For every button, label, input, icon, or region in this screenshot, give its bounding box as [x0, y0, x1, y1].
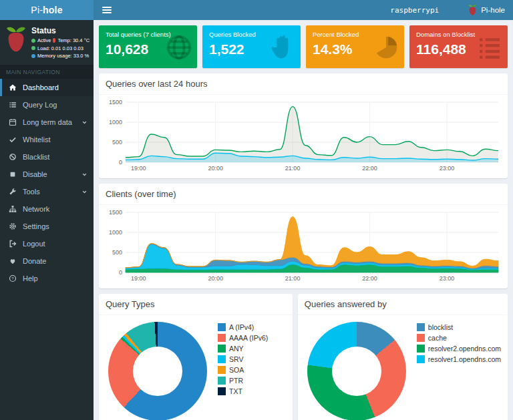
legend-item-resolver2-opendns-com[interactable]: resolver2.opendns.com	[417, 345, 501, 353]
svg-text:1500: 1500	[109, 99, 122, 106]
heart-icon	[8, 257, 17, 265]
chevron-down-icon	[81, 188, 88, 196]
status-box: Status Active Temp: 30.4 °C Load: 0.01 0…	[0, 20, 94, 65]
legend-item-blocklist[interactable]: blocklist	[417, 323, 501, 331]
status-active-line: Active Temp: 30.4 °C	[31, 37, 90, 43]
svg-text:0: 0	[119, 159, 122, 166]
legend-item-soa[interactable]: SOA	[218, 366, 268, 374]
top-bar: Pi-hole raspberrypi Pi-hole	[0, 0, 513, 20]
legend-label: cache	[428, 334, 447, 342]
status-title: Status	[31, 26, 90, 35]
legend-item-srv[interactable]: SRV	[218, 355, 268, 363]
answered-by-panel: Queries answered by blocklistcacheresolv…	[298, 294, 508, 420]
answered-by-legend: blocklistcacheresolver2.opendns.comresol…	[417, 323, 501, 366]
legend-label: AAAA (IPv6)	[229, 334, 268, 342]
sidebar-item-settings[interactable]: Settings	[0, 218, 94, 235]
calendar-icon	[8, 118, 17, 126]
legend-item-a-ipv4[interactable]: A (IPv4)	[218, 323, 268, 331]
legend-swatch	[218, 345, 226, 353]
query-types-legend: A (IPv4)AAAA (IPv6)ANYSRVSOAPTRTXT	[218, 323, 268, 398]
sidebar-item-query-log[interactable]: Query Log	[0, 96, 94, 114]
legend-swatch	[218, 366, 226, 374]
sidebar-item-logout[interactable]: Logout	[0, 235, 94, 252]
sidebar-item-label: Help	[23, 274, 38, 282]
svg-text:21:00: 21:00	[285, 165, 301, 172]
legend-item-aaaa-ipv6[interactable]: AAAA (IPv6)	[218, 334, 268, 342]
stop-icon	[8, 170, 17, 178]
legend-swatch	[417, 323, 425, 331]
svg-text:23:00: 23:00	[440, 165, 455, 172]
sidebar-item-label: Donate	[23, 257, 46, 265]
legend-label: resolver1.opendns.com	[428, 355, 501, 363]
sidebar-item-help[interactable]: ?Help	[0, 270, 94, 287]
sidebar-item-dashboard[interactable]: Dashboard	[0, 79, 94, 96]
legend-label: A (IPv4)	[229, 323, 254, 331]
total-queries-card: Total queries (7 clients) 10,628	[99, 25, 197, 68]
sidebar-item-disable[interactable]: Disable	[0, 166, 94, 183]
app-logo[interactable]: Pi-hole	[0, 0, 94, 20]
legend-item-txt[interactable]: TXT	[218, 387, 268, 395]
queries-blocked-card: Queries Blocked 1,522	[202, 25, 301, 68]
sidebar-item-label: Tools	[23, 188, 40, 196]
sidebar-item-label: Whitelist	[23, 136, 51, 144]
sidebar-item-label: Long term data	[23, 118, 72, 126]
logo-text: Pi-	[31, 5, 43, 15]
query-types-donut[interactable]	[108, 322, 207, 420]
clients-over-time-chart[interactable]: 05001000150019:0020:0021:0022:0023:00	[104, 208, 502, 283]
sidebar-item-long-term-data[interactable]: Long term data	[0, 114, 94, 131]
account-menu[interactable]: Pi-hole	[468, 4, 505, 16]
main-content: Total queries (7 clients) 10,628 Queries…	[94, 20, 513, 420]
gears-icon	[8, 222, 17, 230]
sidebar-item-label: Logout	[23, 240, 45, 248]
legend-item-resolver1-opendns-com[interactable]: resolver1.opendns.com	[417, 355, 501, 363]
load-label: Load: 0.01 0.03 0.03	[37, 45, 83, 51]
legend-swatch	[417, 355, 425, 363]
legend-item-cache[interactable]: cache	[417, 334, 501, 342]
status-load-line: Load: 0.01 0.03 0.03	[31, 45, 90, 51]
sidebar: Status Active Temp: 30.4 °C Load: 0.01 0…	[0, 20, 94, 420]
legend-swatch	[218, 355, 226, 363]
queries-over-time-panel: Queries over last 24 hours 0500100015001…	[99, 73, 508, 178]
wrench-icon	[8, 188, 17, 196]
queries-over-time-chart[interactable]: 05001000150019:0020:0021:0022:0023:00	[104, 98, 502, 173]
sidebar-item-whitelist[interactable]: Whitelist	[0, 131, 94, 148]
panel-title: Query Types	[99, 294, 293, 315]
status-memory-line: Memory usage: 33.0 %	[31, 53, 90, 59]
sidebar-item-blacklist[interactable]: Blacklist	[0, 148, 94, 166]
question-icon: ?	[8, 274, 17, 282]
panel-title: Queries answered by	[298, 294, 508, 315]
domains-blocklist-card: Domains on Blocklist 116,488	[409, 25, 508, 68]
sidebar-item-donate[interactable]: Donate	[0, 252, 94, 270]
sidebar-item-label: Blacklist	[23, 153, 49, 161]
svg-text:19:00: 19:00	[131, 165, 146, 172]
legend-label: TXT	[229, 387, 242, 395]
memory-label: Memory usage: 33.0 %	[37, 53, 89, 59]
check-icon	[8, 136, 17, 144]
logo-text-bold: hole	[43, 5, 63, 15]
sidebar-item-tools[interactable]: Tools	[0, 183, 94, 200]
answered-by-donut[interactable]	[307, 322, 406, 420]
legend-swatch	[417, 345, 425, 353]
legend-label: ANY	[229, 345, 244, 353]
sidebar-toggle-button[interactable]	[94, 0, 120, 20]
legend-swatch	[218, 334, 226, 342]
svg-text:1000: 1000	[109, 119, 122, 126]
hostname-label: raspberrypi	[390, 6, 439, 15]
sign-out-icon	[8, 240, 17, 248]
legend-item-ptr[interactable]: PTR	[218, 377, 268, 385]
account-label: Pi-hole	[481, 6, 505, 14]
pie-chart-icon	[373, 34, 399, 61]
svg-text:22:00: 22:00	[362, 275, 377, 282]
legend-swatch	[417, 334, 425, 342]
sidebar-item-network[interactable]: Network	[0, 200, 94, 218]
panel-title: Queries over last 24 hours	[99, 73, 508, 95]
summary-cards: Total queries (7 clients) 10,628 Queries…	[99, 25, 508, 68]
memory-status-dot	[31, 54, 35, 58]
thermometer-icon	[53, 38, 55, 43]
active-status-dot	[31, 39, 35, 43]
sidebar-nav: DashboardQuery LogLong term dataWhitelis…	[0, 79, 94, 287]
legend-item-any[interactable]: ANY	[218, 345, 268, 353]
chevron-down-icon	[81, 119, 88, 126]
svg-text:0: 0	[119, 269, 122, 276]
legend-label: PTR	[229, 377, 243, 385]
